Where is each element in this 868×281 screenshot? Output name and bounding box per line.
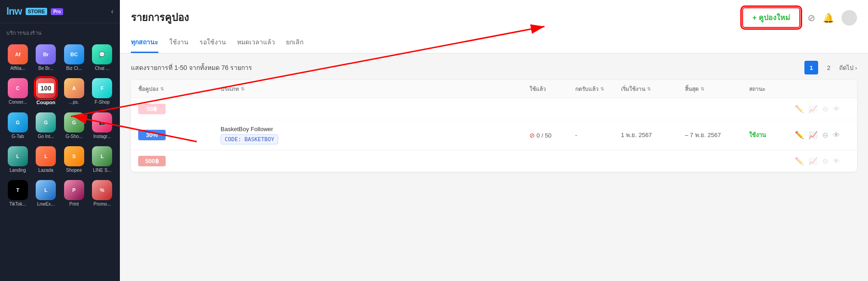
view-icon-0[interactable]: 👁: [833, 105, 840, 113]
sidebar: lnw STORE Pro ‹ บริการของร้าน AfAffilia.…: [0, 0, 120, 281]
sidebar-item-bizclass[interactable]: BCBiz Cl...: [61, 42, 87, 74]
disable-icon-1[interactable]: ⊖: [822, 131, 828, 139]
sidebar-item-tiktok[interactable]: TTikTok...: [5, 177, 31, 209]
sidebar-section-title: บริการของร้าน: [0, 23, 120, 40]
landing-label: Landing: [5, 168, 30, 173]
page-1-button[interactable]: 1: [804, 61, 818, 74]
coupon-name-1: BasketBoy Follower: [221, 126, 529, 133]
start-sort-icon[interactable]: ⇅: [647, 86, 651, 91]
edit-icon-1[interactable]: ✏️: [795, 131, 804, 139]
conversion-icon: C: [8, 78, 28, 98]
coupon-badge-2: 500฿: [138, 156, 166, 166]
edit-icon-2[interactable]: ✏️: [795, 157, 804, 165]
table-row: 50฿✏️📈⊖👁: [131, 98, 857, 120]
new-coupon-button[interactable]: + คูปองใหม่: [742, 7, 800, 28]
lnwex-icon: L: [36, 180, 56, 200]
sidebar-item-goint[interactable]: GGo Int...: [33, 110, 59, 142]
col-header-type[interactable]: ประเภท⇅: [221, 85, 529, 93]
view-icon-1[interactable]: 👁: [833, 131, 840, 139]
lazada-label: Lazada: [34, 168, 59, 173]
sidebar-item-affiliate[interactable]: AfAffilia...: [5, 42, 31, 74]
brand-icon: Br: [36, 44, 56, 64]
sidebar-header: lnw STORE Pro ‹: [0, 0, 120, 23]
coupon-badge-cell-1: 30%: [138, 130, 221, 140]
sidebar-item-fshop[interactable]: FF-Shop: [89, 75, 116, 108]
affiliate-icon: Af: [8, 44, 28, 64]
end-cell-1: – 7 พ.ย. 2567: [685, 130, 749, 140]
tiktok-label: TikTok...: [5, 201, 30, 207]
promo-label: Promo...: [90, 201, 115, 207]
data-table: ชื่อคูปอง⇅ประเภท⇅ใช้แล้วกดรับแล้ว⇅เริ่มใ…: [131, 80, 857, 172]
coupon-name-cell-1: BasketBoy FollowerCODE: BASKETBOY: [221, 126, 529, 144]
sidebar-item-lnwex[interactable]: LLnwEx...: [33, 177, 59, 209]
view-icon-2[interactable]: 👁: [833, 157, 840, 165]
tab-all[interactable]: ทุกสถานะ: [131, 33, 158, 53]
sidebar-collapse-button[interactable]: ‹: [111, 7, 113, 16]
edit-icon-0[interactable]: ✏️: [795, 105, 804, 113]
sidebar-item-promo[interactable]: %Promo...: [89, 177, 116, 209]
next-page-button[interactable]: ถัดไป ›: [839, 63, 857, 73]
disable-icon-2[interactable]: ⊖: [822, 157, 828, 165]
name-sort-icon[interactable]: ⇅: [160, 86, 164, 91]
end-sort-icon[interactable]: ⇅: [701, 86, 704, 91]
stats-icon-2[interactable]: 📈: [809, 157, 818, 165]
shopee-icon: S: [64, 146, 84, 166]
coupon-code-1: CODE: BASKETBOY: [221, 134, 278, 144]
stats-icon-0[interactable]: 📈: [809, 105, 818, 113]
table-area: แสดงรายการที่ 1-50 จากทั้งหมด 76 รายการ …: [120, 53, 868, 281]
instagram-label: Instagr...: [90, 134, 115, 139]
sidebar-item-landing[interactable]: LLanding: [5, 143, 31, 175]
col-header-end[interactable]: สิ้นสุด⇅: [685, 85, 749, 93]
avatar[interactable]: [841, 10, 857, 26]
redeemed-sort-icon[interactable]: ⇅: [600, 86, 604, 91]
type-sort-icon[interactable]: ⇅: [241, 86, 244, 91]
disable-icon-0[interactable]: ⊖: [822, 105, 828, 113]
col-header-used[interactable]: ใช้แล้ว: [529, 85, 575, 93]
sidebar-item-instagram[interactable]: 📷Instagr...: [89, 110, 116, 142]
sidebar-item-gsho[interactable]: GG-Sho...: [61, 110, 87, 142]
main-header: รายการคูปอง + คูปองใหม่ ⊘ 🔔 ทุกสถานะใช้ง…: [120, 0, 868, 53]
apps-icon: A: [64, 78, 84, 98]
col-header-redeemed[interactable]: กดรับแล้ว⇅: [575, 85, 621, 93]
status-cell-1: ใช้งาน: [749, 130, 795, 140]
chat-icon: 💬: [92, 44, 112, 64]
bell-icon[interactable]: 🔔: [823, 12, 834, 23]
used-cell-1: ⊘ 0 / 50: [529, 132, 575, 139]
sidebar-item-lazada[interactable]: LLazada: [33, 143, 59, 175]
sidebar-item-apps[interactable]: A...ps.: [61, 75, 87, 108]
tab-cancelled[interactable]: ยกเลิก: [286, 33, 303, 53]
col-header-name[interactable]: ชื่อคูปอง⇅: [138, 85, 221, 93]
header-actions: + คูปองใหม่ ⊘ 🔔: [742, 7, 857, 28]
stats-icon-1[interactable]: 📈: [809, 131, 818, 139]
sidebar-item-brand[interactable]: BrBe Br...: [33, 42, 59, 74]
apps-grid: AfAffilia...BrBe Br...BCBiz Cl...💬Chat .…: [0, 40, 120, 211]
chat-label: Chat ...: [90, 66, 115, 71]
sidebar-item-print[interactable]: PPrint: [61, 177, 87, 209]
lazada-icon: L: [36, 146, 56, 166]
row-actions-1: ✏️📈⊖👁: [795, 131, 850, 139]
tab-active[interactable]: ใช้งาน: [169, 33, 189, 53]
sidebar-item-shopee[interactable]: SShopee: [61, 143, 87, 175]
table-row: 30%BasketBoy FollowerCODE: BASKETBOY⊘ 0 …: [131, 120, 857, 150]
landing-icon: L: [8, 146, 28, 166]
gsho-label: G-Sho...: [62, 134, 86, 139]
col-header-status[interactable]: สถานะ: [749, 85, 795, 93]
sidebar-item-conversion[interactable]: CConver...: [5, 75, 31, 108]
tab-waiting[interactable]: รอใช้งาน: [199, 33, 226, 53]
lines-icon: L: [92, 146, 112, 166]
coupon-icon: 100: [36, 78, 56, 98]
gtab-icon: G: [8, 112, 28, 133]
sidebar-item-coupon[interactable]: 100Coupon: [33, 75, 59, 108]
redeemed-cell-1: -: [575, 132, 621, 138]
page-2-button[interactable]: 2: [822, 61, 836, 74]
logo-store: STORE: [26, 8, 48, 15]
gtab-label: G-Tab: [5, 134, 30, 139]
sidebar-item-chat[interactable]: 💬Chat ...: [89, 42, 116, 74]
sidebar-item-gtab[interactable]: GG-Tab: [5, 110, 31, 142]
tab-expired[interactable]: หมดเวลาแล้ว: [237, 33, 275, 53]
sidebar-item-lines[interactable]: LLINE S...: [89, 143, 116, 175]
filter-icon[interactable]: ⊘: [808, 12, 815, 23]
row-actions-2: ✏️📈⊖👁: [795, 157, 850, 165]
col-header-start[interactable]: เริ่มใช้งาน⇅: [621, 85, 685, 93]
lnwex-label: LnwEx...: [34, 201, 59, 207]
